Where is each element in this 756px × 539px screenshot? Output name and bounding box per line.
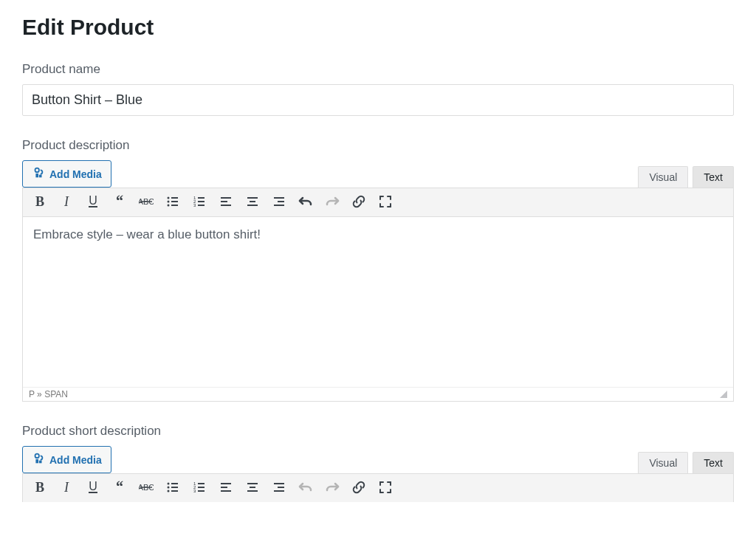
undo-button[interactable] bbox=[293, 477, 318, 499]
link-icon bbox=[351, 480, 366, 497]
add-media-button-short[interactable]: Add Media bbox=[22, 446, 111, 473]
editor-toolbar-short bbox=[23, 474, 733, 502]
align-left-button[interactable] bbox=[213, 191, 238, 213]
bold-icon bbox=[32, 480, 47, 497]
strikethrough-button[interactable] bbox=[134, 477, 159, 499]
link-button[interactable] bbox=[346, 191, 371, 213]
tab-text[interactable]: Text bbox=[693, 166, 734, 188]
align-right-button[interactable] bbox=[267, 191, 292, 213]
fullscreen-button[interactable] bbox=[373, 191, 398, 213]
add-media-label: Add Media bbox=[49, 454, 102, 466]
redo-button[interactable] bbox=[320, 191, 345, 213]
undo-icon bbox=[298, 194, 313, 211]
product-description-editor: Product description Add Media Visual Tex… bbox=[22, 138, 734, 402]
link-icon bbox=[351, 194, 366, 211]
align-left-icon bbox=[219, 480, 233, 497]
fullscreen-icon bbox=[378, 480, 393, 497]
redo-icon bbox=[325, 480, 340, 497]
italic-icon bbox=[59, 194, 74, 211]
description-content[interactable]: Embrace style – wear a blue button shirt… bbox=[23, 217, 733, 387]
product-short-description-label: Product short description bbox=[22, 424, 734, 439]
italic-button[interactable] bbox=[54, 191, 79, 213]
underline-icon bbox=[86, 480, 100, 497]
redo-button[interactable] bbox=[320, 477, 345, 499]
align-center-icon bbox=[245, 194, 260, 211]
numbered-list-button[interactable] bbox=[187, 191, 212, 213]
fullscreen-icon bbox=[378, 194, 393, 211]
align-right-button[interactable] bbox=[267, 477, 292, 499]
bold-button[interactable] bbox=[27, 191, 52, 213]
align-center-button[interactable] bbox=[240, 477, 265, 499]
redo-icon bbox=[325, 194, 340, 211]
strikethrough-button[interactable] bbox=[134, 191, 159, 213]
underline-button[interactable] bbox=[80, 477, 106, 499]
blockquote-icon bbox=[112, 194, 127, 211]
align-right-icon bbox=[272, 194, 286, 211]
editor-path: P » SPAN bbox=[29, 389, 68, 399]
bulleted-list-button[interactable] bbox=[160, 191, 185, 213]
undo-icon bbox=[298, 480, 313, 497]
media-icon bbox=[32, 166, 45, 182]
product-name-label: Product name bbox=[22, 62, 734, 77]
strikethrough-icon bbox=[139, 194, 154, 211]
italic-icon bbox=[59, 480, 74, 497]
strikethrough-icon bbox=[139, 480, 154, 497]
editor-toolbar bbox=[23, 188, 733, 217]
add-media-label: Add Media bbox=[49, 168, 102, 180]
align-center-button[interactable] bbox=[240, 191, 265, 213]
underline-button[interactable] bbox=[80, 191, 106, 213]
tab-visual[interactable]: Visual bbox=[638, 166, 688, 188]
numbered-list-button[interactable] bbox=[187, 477, 212, 499]
product-description-label: Product description bbox=[22, 138, 734, 153]
add-media-button[interactable]: Add Media bbox=[22, 160, 111, 188]
bold-icon bbox=[32, 194, 47, 211]
link-button[interactable] bbox=[346, 477, 371, 499]
bulleted-list-icon bbox=[165, 480, 180, 497]
blockquote-button[interactable] bbox=[107, 477, 132, 499]
blockquote-icon bbox=[112, 480, 127, 497]
bold-button[interactable] bbox=[27, 477, 52, 499]
align-left-button[interactable] bbox=[213, 477, 238, 499]
bulleted-list-button[interactable] bbox=[160, 477, 185, 499]
numbered-list-icon bbox=[192, 194, 207, 211]
page-title: Edit Product bbox=[22, 15, 734, 40]
align-left-icon bbox=[219, 194, 233, 211]
underline-icon bbox=[86, 194, 100, 211]
blockquote-button[interactable] bbox=[107, 191, 132, 213]
tab-text-short[interactable]: Text bbox=[693, 452, 734, 473]
tab-visual-short[interactable]: Visual bbox=[638, 452, 688, 473]
media-icon bbox=[32, 452, 45, 467]
resize-handle[interactable] bbox=[720, 391, 727, 398]
italic-button[interactable] bbox=[54, 477, 79, 499]
bulleted-list-icon bbox=[165, 194, 180, 211]
product-short-description-editor: Product short description Add Media Visu… bbox=[22, 424, 734, 502]
align-right-icon bbox=[272, 480, 286, 497]
numbered-list-icon bbox=[192, 480, 207, 497]
undo-button[interactable] bbox=[293, 191, 318, 213]
align-center-icon bbox=[245, 480, 260, 497]
product-name-input[interactable] bbox=[22, 84, 734, 116]
fullscreen-button[interactable] bbox=[373, 477, 398, 499]
